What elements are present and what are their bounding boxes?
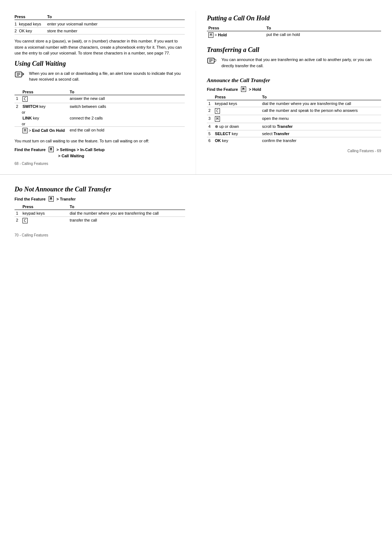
phone-icon-transfer [207, 57, 219, 66]
vm-row-1: 1 keypad keys enter your voicemail numbe… [15, 21, 185, 28]
vm-row2-num: 2 [15, 29, 17, 33]
cw-th-to: To [68, 89, 185, 95]
must-turn-on-text: You must turn on call waiting to use the… [15, 138, 185, 144]
ann-row6-num: 6 [207, 137, 213, 144]
ann-row-4: 4 ⊕ up or down scroll to Transfer [207, 123, 381, 130]
cw-row2-key: SWITCH key [21, 103, 68, 110]
dna-row-2: 2 C transfer the call [15, 217, 185, 225]
cw-row-link-num [15, 115, 21, 121]
svg-line-11 [214, 59, 216, 60]
announce-transfer-title: Announce the Call Transfer [207, 77, 381, 84]
ann-row5-num: 5 [207, 130, 213, 137]
c-key-box-1: C [23, 96, 28, 102]
page-70-footer: 70 - Calling Features [15, 232, 185, 239]
page-69-footer: Calling Features - 69 [207, 147, 381, 154]
phone-svg-transfer [207, 57, 218, 65]
cw-row-link: LINK key connect the 2 calls [15, 115, 185, 121]
dna-th-to: To [68, 204, 185, 210]
do-not-announce-title: Do Not Announce the Call Transfer [15, 186, 185, 193]
dna-th-press: Press [21, 204, 68, 210]
ann-row2-key: C [213, 107, 261, 115]
col-right-page69: Putting a Call On Hold Press To M > Hold… [196, 11, 392, 174]
transfer-scroll-label: Transfer [277, 124, 293, 129]
cw-row-1: 1 C answer the new call [15, 95, 185, 103]
call-waiting-press-table: Press To 1 C answer the new call 2 SWITC… [15, 89, 185, 134]
ann-row-1: 1 keypad keys dial the number where you … [207, 100, 381, 107]
c-key-dna: C [23, 218, 28, 223]
page-container: Press To 1 keypad keys enter your voicem… [0, 0, 392, 555]
voicemail-note: You cannot store a p (pause), w (wait), … [15, 38, 185, 56]
svg-line-12 [214, 61, 216, 62]
hold-label: Hold [218, 33, 227, 37]
ann-row4-action: scroll to Transfer [261, 123, 381, 130]
hold-row1-key: M > Hold [207, 31, 265, 39]
hold-th-press: Press [207, 25, 265, 31]
cw-or-2: or [15, 121, 185, 127]
phone-svg-cw [15, 70, 25, 79]
cw-th-num [15, 89, 21, 95]
vm-row1-action: enter your voicemail number [47, 22, 185, 26]
find-feature-announce: Find the Feature M > Hold [207, 86, 381, 92]
cw-row-end-key: M > End Call On Hold [21, 126, 68, 134]
phone-icon-cw [15, 70, 26, 80]
transfer-path-dna: Transfer [60, 197, 75, 201]
vm-press-header: Press [15, 15, 47, 19]
svg-line-6 [22, 74, 24, 76]
cw-or-row-1: or [15, 110, 185, 115]
hold-row-1: M > Hold put the call on hold [207, 31, 381, 39]
col-left-page68: Press To 1 keypad keys enter your voicem… [0, 11, 196, 174]
announce-press-table: Press To 1 keypad keys dial the number w… [207, 94, 381, 144]
transfer-intro: You can announce that you are transferri… [221, 57, 381, 69]
ann-row-2: 2 C call the number and speak to the per… [207, 107, 381, 115]
dna-row2-key: C [21, 217, 68, 225]
find-feature-cw-path: > Settings > In-Call Setup [57, 147, 105, 152]
find-feature-cw-path2: > Call Waiting [15, 154, 185, 158]
m-key-box-end: M [23, 128, 28, 133]
find-feature-cw: Find the Feature M > Settings > In-Call … [15, 147, 185, 152]
dna-press-table: Press To 1 keypad keys dial the number w… [15, 204, 185, 224]
vm-table-header: Press To [15, 15, 185, 20]
dna-row2-action: transfer the call [68, 217, 185, 225]
ann-th-to: To [261, 94, 381, 100]
find-feature-dna-m-key: M [49, 196, 54, 202]
select-key-ann: SELECT [215, 131, 230, 136]
switch-key: SWITCH [23, 104, 38, 109]
cw-row-2: 2 SWITCH key switch between calls [15, 103, 185, 110]
link-key: LINK [23, 116, 32, 120]
cw-row2-action: switch between calls [68, 103, 185, 110]
bottom-right-empty [196, 175, 392, 246]
top-section: Press To 1 keypad keys enter your voicem… [0, 0, 392, 175]
dna-row1-action: dial the number where you are transferri… [68, 210, 185, 217]
svg-line-4 [22, 73, 24, 74]
m-key-hold: M [208, 32, 213, 38]
find-feature-dna-label: Find the Feature [15, 197, 46, 201]
dna-row-1: 1 keypad keys dial the number where you … [15, 210, 185, 217]
cw-row1-num: 1 [15, 95, 21, 103]
cw-row-link-key: LINK key [21, 115, 68, 121]
bottom-section-wrapper: Do Not Announce the Call Transfer Find t… [0, 175, 392, 246]
dna-th-num [15, 204, 21, 210]
ok-key-ann: OK [215, 138, 221, 143]
cw-row1-key: C [21, 95, 68, 103]
cw-or-1: or [15, 110, 185, 115]
call-waiting-intro-block: When you are on a call or downloading a … [15, 70, 185, 86]
call-waiting-intro: When you are on a call or downloading a … [29, 70, 185, 82]
ann-row3-action: open the menu [261, 115, 381, 123]
vm-row2-key: OK key [19, 29, 32, 33]
call-waiting-title: Using Call Waiting [15, 60, 185, 68]
transfer-title: Transferring a Call [207, 46, 381, 54]
hold-title: Putting a Call On Hold [207, 15, 381, 22]
ann-row3-num: 3 [207, 115, 213, 123]
ann-row1-key: keypad keys [213, 100, 261, 107]
cw-row-end-action: end the call on hold [68, 126, 185, 134]
ann-th-press: Press [213, 94, 261, 100]
hold-row1-action: put the call on hold [265, 31, 381, 39]
call-waiting-path-label: Call Waiting [61, 154, 84, 158]
ann-th-num [207, 94, 213, 100]
end-call-hold-label: End Call On Hold [32, 128, 65, 133]
ann-row2-action: call the number and speak to the person … [261, 107, 381, 115]
find-feature-announce-label: Find the Feature [207, 87, 238, 92]
ann-row5-action: select Transfer [261, 130, 381, 137]
ann-row-5: 5 SELECT key select Transfer [207, 130, 381, 137]
find-feature-cw-label: Find the Feature [15, 147, 46, 152]
